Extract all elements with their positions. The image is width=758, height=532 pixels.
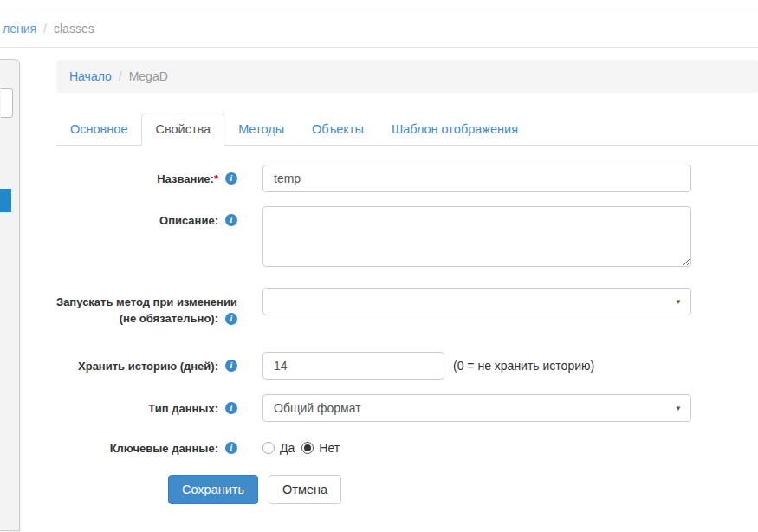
breadcrumb-link[interactable]: ления xyxy=(3,22,36,36)
tab-main: Основное xyxy=(56,114,141,146)
info-icon[interactable]: i xyxy=(225,402,237,414)
info-icon[interactable]: i xyxy=(225,360,237,372)
datatype-select-value: Общий формат xyxy=(274,401,361,415)
page-breadcrumb-link[interactable]: Начало xyxy=(69,69,112,83)
cancel-button[interactable]: Отмена xyxy=(269,475,341,504)
page-breadcrumb-current: MegaD xyxy=(129,69,168,83)
form-row-datatype: Тип данных: i Общий формат ▼ xyxy=(56,394,758,422)
name-label: Название:* xyxy=(56,172,218,188)
description-label: Описание: xyxy=(56,213,218,230)
tab-main-link[interactable]: Основное xyxy=(56,114,141,146)
radio-yes-label[interactable]: Да xyxy=(280,441,295,455)
form-row-description: Описание: i xyxy=(56,206,758,270)
name-input[interactable] xyxy=(262,165,691,192)
breadcrumb-separator: / xyxy=(43,22,47,36)
method-select[interactable]: ▼ xyxy=(262,288,691,315)
form-row-history: Хранить историю (дней): i (0 = не хранит… xyxy=(56,352,758,380)
page-breadcrumb-separator: / xyxy=(119,69,122,83)
tab-bar: Основное Свойства Методы Объекты Шаблон … xyxy=(56,114,758,146)
history-label: Хранить историю (дней): xyxy=(56,359,218,375)
tab-template: Шаблон отображения xyxy=(378,114,532,146)
main-content: Начало / MegaD Основное Свойства Методы … xyxy=(56,48,758,504)
form-row-keydata: Ключевые данные: i Да Нет xyxy=(56,438,758,457)
datatype-label: Тип данных: xyxy=(56,401,218,418)
property-form: Название:* i Описание: i xyxy=(56,165,758,504)
left-menu-active-item[interactable] xyxy=(0,189,11,212)
radio-no[interactable] xyxy=(301,442,314,454)
tab-properties: Свойства xyxy=(141,114,224,146)
form-row-name: Название:* i xyxy=(56,165,758,192)
breadcrumb-current: classes xyxy=(54,22,94,36)
page-body: Начало / MegaD Основное Свойства Методы … xyxy=(0,48,758,531)
required-mark: * xyxy=(214,172,218,185)
dropdown-caret-icon: ▼ xyxy=(675,298,682,306)
page-breadcrumb: Начало / MegaD xyxy=(56,60,758,93)
top-navbar xyxy=(0,0,758,10)
info-icon[interactable]: i xyxy=(225,313,237,325)
tab-template-link[interactable]: Шаблон отображения xyxy=(378,114,532,146)
radio-yes[interactable] xyxy=(262,442,275,454)
tab-objects-link[interactable]: Объекты xyxy=(298,114,378,146)
method-label: Запускать метод при изменении (не обязат… xyxy=(56,295,218,328)
tab-methods-link[interactable]: Методы xyxy=(224,114,298,146)
description-textarea[interactable] xyxy=(262,206,691,267)
left-menu-panel xyxy=(0,59,20,531)
datatype-select[interactable]: Общий формат ▼ xyxy=(262,394,691,422)
form-actions: Сохранить Отмена xyxy=(168,475,758,504)
breadcrumb: ления / classes xyxy=(0,10,758,48)
radio-no-label[interactable]: Нет xyxy=(319,441,340,455)
save-button[interactable]: Сохранить xyxy=(168,475,258,504)
left-menu-button[interactable] xyxy=(1,88,13,118)
tab-objects: Объекты xyxy=(298,114,378,146)
keydata-label: Ключевые данные: xyxy=(56,441,218,457)
info-icon[interactable]: i xyxy=(225,172,237,185)
tab-properties-link[interactable]: Свойства xyxy=(141,114,224,146)
info-icon[interactable]: i xyxy=(225,214,237,226)
history-input[interactable] xyxy=(262,352,444,380)
info-icon[interactable]: i xyxy=(225,442,237,454)
radio-dot xyxy=(304,444,311,451)
dropdown-caret-icon: ▼ xyxy=(675,404,682,412)
tab-methods: Методы xyxy=(224,114,298,146)
form-row-method: Запускать метод при изменении (не обязат… xyxy=(56,288,758,328)
history-hint: (0 = не хранить историю) xyxy=(453,352,594,380)
